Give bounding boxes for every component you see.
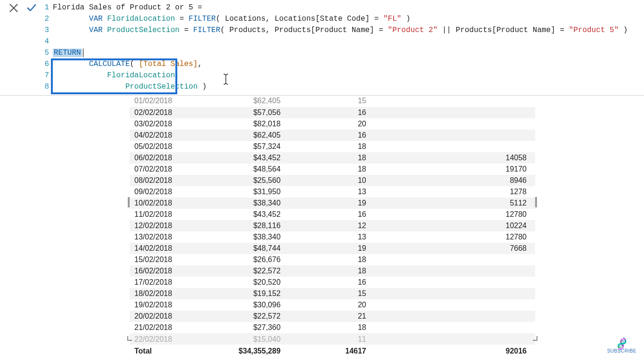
cell-qty: 20 xyxy=(285,118,371,130)
visual-corner-br[interactable] xyxy=(533,336,537,341)
table-row[interactable]: 20/02/2018$22,57221 xyxy=(130,311,535,322)
cell-val xyxy=(371,277,535,288)
code-line[interactable]: 3 VAR ProductSelection = FILTER( Product… xyxy=(41,25,644,36)
table-row[interactable]: 17/02/2018$20,52016 xyxy=(130,277,535,288)
table-row[interactable]: 07/02/2018$48,5641819170 xyxy=(130,164,535,175)
cell-sales: $20,520 xyxy=(207,277,286,288)
cell-date: 05/02/2018 xyxy=(130,141,207,152)
table-row[interactable]: 10/02/2018$38,340195112 xyxy=(130,197,535,209)
cell-date: 13/02/2018 xyxy=(130,231,207,243)
cell-qty: 18 xyxy=(285,265,371,277)
table-row[interactable]: 11/02/2018$43,4521612780 xyxy=(130,209,535,220)
cell-val xyxy=(371,96,535,107)
cell-val: 5112 xyxy=(371,197,535,209)
table-row[interactable]: 12/02/2018$28,1161210224 xyxy=(130,220,535,231)
cell-val xyxy=(371,118,535,130)
table-row[interactable]: 18/02/2018$19,15215 xyxy=(130,288,535,299)
line-number: 6 xyxy=(41,60,53,68)
cancel-formula-button[interactable] xyxy=(8,3,19,13)
cell-val: 19170 xyxy=(371,164,535,175)
cell-val: 14058 xyxy=(371,152,535,164)
cell-qty: 21 xyxy=(285,311,371,322)
cell-sales: $27,360 xyxy=(207,322,286,333)
cell-val: 7668 xyxy=(371,243,535,254)
cell-sales: $43,452 xyxy=(207,152,286,164)
cell-sales: $48,564 xyxy=(207,164,286,175)
table-row[interactable]: 08/02/2018$25,560108946 xyxy=(130,175,535,186)
cell-qty: 19 xyxy=(285,197,371,209)
cell-qty: 15 xyxy=(285,288,371,299)
cell-date: 03/02/2018 xyxy=(130,118,207,130)
cell-date: 15/02/2018 xyxy=(130,254,207,265)
line-number: 2 xyxy=(41,15,53,23)
table-row[interactable]: 22/02/2018$15,04011 xyxy=(130,333,535,345)
table-row[interactable]: 19/02/2018$30,09620 xyxy=(130,299,535,311)
cell-val xyxy=(371,265,535,277)
visual-resize-handle-left[interactable] xyxy=(128,197,130,207)
cell-sales: $43,452 xyxy=(207,209,286,220)
cell-total-label: Total xyxy=(130,345,207,358)
table-total-row[interactable]: Total$34,355,2891461792016 xyxy=(130,345,535,358)
cell-sales: $28,116 xyxy=(207,220,286,231)
table-row[interactable]: 21/02/2018$27,36018 xyxy=(130,322,535,333)
cell-qty: 12 xyxy=(285,220,371,231)
cell-val xyxy=(371,254,535,265)
data-table[interactable]: 01/02/2018$62,4051502/02/2018$57,0561603… xyxy=(130,96,535,358)
visual-resize-handle-right[interactable] xyxy=(535,197,537,207)
cell-date: 21/02/2018 xyxy=(130,322,207,333)
table-row[interactable]: 16/02/2018$22,57218 xyxy=(130,265,535,277)
cell-date: 22/02/2018 xyxy=(130,333,207,345)
code-line[interactable]: 8 ProductSelection ) xyxy=(41,81,644,92)
cell-val xyxy=(371,333,535,345)
table-row[interactable]: 06/02/2018$43,4521814058 xyxy=(130,152,535,164)
cell-val xyxy=(371,288,535,299)
cell-qty: 11 xyxy=(285,333,371,345)
cell-date: 04/02/2018 xyxy=(130,130,207,141)
table-row[interactable]: 03/02/2018$82,01820 xyxy=(130,118,535,130)
report-canvas[interactable]: 01/02/2018$62,4051502/02/2018$57,0561603… xyxy=(0,96,644,362)
cell-sales: $62,405 xyxy=(207,96,286,107)
cell-sales: $22,572 xyxy=(207,311,286,322)
cell-sales: $82,018 xyxy=(207,118,286,130)
table-row[interactable]: 05/02/2018$57,32418 xyxy=(130,141,535,152)
line-number: 4 xyxy=(41,37,53,46)
cell-val xyxy=(371,322,535,333)
cell-sales: $19,152 xyxy=(207,288,286,299)
cell-qty: 20 xyxy=(285,299,371,311)
cell-sales: $38,340 xyxy=(207,231,286,243)
visual-corner-bl[interactable] xyxy=(127,336,132,341)
cell-qty: 18 xyxy=(285,141,371,152)
cell-qty: 13 xyxy=(285,186,371,197)
line-number: 1 xyxy=(41,3,53,12)
cell-date: 20/02/2018 xyxy=(130,311,207,322)
table-row[interactable]: 15/02/2018$26,67618 xyxy=(130,254,535,265)
cell-qty: 16 xyxy=(285,277,371,288)
cell-qty: 18 xyxy=(285,152,371,164)
cell-date: 19/02/2018 xyxy=(130,299,207,311)
cell-val: 12780 xyxy=(371,231,535,243)
cell-qty: 18 xyxy=(285,164,371,175)
cell-sales: $57,056 xyxy=(207,107,286,118)
table-row[interactable]: 09/02/2018$31,950131278 xyxy=(130,186,535,197)
cell-date: 14/02/2018 xyxy=(130,243,207,254)
cell-date: 17/02/2018 xyxy=(130,277,207,288)
commit-formula-button[interactable] xyxy=(26,3,37,13)
cell-qty: 15 xyxy=(285,96,371,107)
table-row[interactable]: 14/02/2018$48,744197668 xyxy=(130,243,535,254)
cell-val xyxy=(371,130,535,141)
cell-date: 18/02/2018 xyxy=(130,288,207,299)
table-visual[interactable]: 01/02/2018$62,4051502/02/2018$57,0561603… xyxy=(130,96,535,358)
line-number: 7 xyxy=(41,71,53,80)
table-row[interactable]: 13/02/2018$38,3401312780 xyxy=(130,231,535,243)
cell-date: 08/02/2018 xyxy=(130,175,207,186)
cell-date: 09/02/2018 xyxy=(130,186,207,197)
cell-qty: 13 xyxy=(285,231,371,243)
cell-date: 12/02/2018 xyxy=(130,220,207,231)
dax-editor[interactable]: 1 Florida Sales of Product 2 or 5 = 2 VA… xyxy=(41,0,644,95)
subscribe-badge[interactable]: 🧬 SUBSCRIBE xyxy=(607,338,636,354)
table-row[interactable]: 02/02/2018$57,05616 xyxy=(130,107,535,118)
cell-val xyxy=(371,299,535,311)
cell-qty: 19 xyxy=(285,243,371,254)
table-row[interactable]: 04/02/2018$62,40516 xyxy=(130,130,535,141)
cell-date: 10/02/2018 xyxy=(130,197,207,209)
